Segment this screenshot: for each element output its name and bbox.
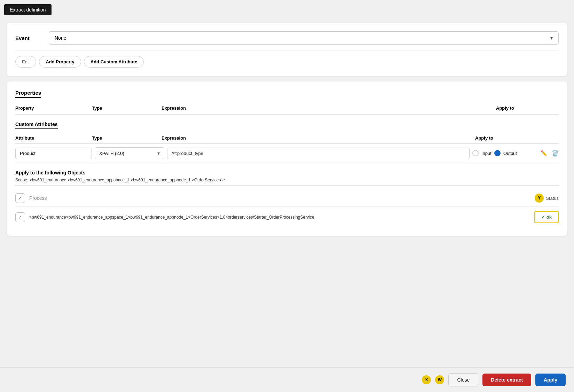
- add-custom-attribute-button[interactable]: Add Custom Attribute: [84, 56, 144, 68]
- attr-col-expression: Expression: [162, 135, 475, 141]
- scope-text: Scope: >bw691_endurance >bw691_endurance…: [15, 178, 559, 186]
- attr-col-type: Type: [92, 135, 162, 141]
- attr-type-value: XPATH (2.0): [99, 151, 124, 156]
- bottom-bar: X W Close Delete extract Apply: [0, 367, 574, 392]
- close-button[interactable]: Close: [448, 373, 478, 386]
- check-icon: ✓: [18, 195, 22, 201]
- delete-attribute-button[interactable]: 🗑️: [552, 150, 559, 157]
- attribute-row: XPATH (2.0) Input Output ✏️ 🗑️: [15, 144, 559, 163]
- process-checkbox[interactable]: ✓: [15, 193, 25, 203]
- event-select[interactable]: None: [49, 31, 559, 45]
- custom-attributes-title: Custom Attributes: [15, 121, 58, 129]
- chevron-down-icon: [157, 150, 160, 156]
- attr-col-attribute: Attribute: [15, 135, 92, 141]
- attribute-type-select[interactable]: XPATH (2.0): [95, 147, 164, 159]
- output-label: Output: [503, 151, 517, 156]
- check-icon: ✓: [18, 214, 22, 220]
- prop-col-type: Type: [92, 105, 162, 111]
- chevron-down-icon: [550, 35, 553, 41]
- prop-col-applyto: Apply to: [496, 105, 559, 111]
- delete-extract-button[interactable]: Delete extract: [482, 374, 531, 386]
- prop-col-property: Property: [15, 105, 92, 111]
- process-label: Process: [29, 195, 535, 201]
- page-title: Extract definition: [4, 4, 52, 15]
- service-checkbox[interactable]: ✓: [15, 212, 25, 222]
- properties-card: Properties Property Type Expression Appl…: [7, 81, 567, 236]
- attribute-input[interactable]: [15, 148, 92, 159]
- prop-col-expression: Expression: [162, 105, 496, 111]
- y-badge: Y: [535, 194, 544, 203]
- toolbar: Edit Add Property Add Custom Attribute: [15, 50, 559, 68]
- event-select-value: None: [55, 35, 66, 41]
- properties-table-header: Property Type Expression Apply to: [15, 102, 559, 115]
- output-radio[interactable]: [494, 150, 501, 156]
- attr-table-header: Attribute Type Expression Apply to: [15, 133, 559, 144]
- event-row: Event None: [15, 31, 559, 45]
- status-text: Status: [546, 196, 559, 201]
- apply-button[interactable]: Apply: [535, 374, 566, 386]
- event-card: Event None Edit Add Property Add Custom …: [7, 23, 567, 76]
- input-radio[interactable]: [472, 150, 479, 156]
- properties-title: Properties: [15, 90, 41, 98]
- status-label: Y Status: [535, 194, 559, 203]
- process-row: ✓ Process Y Status: [15, 190, 559, 207]
- attribute-expression-input[interactable]: [167, 148, 470, 159]
- attr-col-actions: [538, 135, 559, 141]
- properties-section: Properties Property Type Expression Appl…: [15, 90, 559, 115]
- service-path: >bw691_endurance>bw691_endurance_appspac…: [29, 214, 534, 220]
- apply-objects-title: Apply to the following Objects: [15, 170, 559, 175]
- w-badge: W: [435, 375, 444, 384]
- edit-button[interactable]: Edit: [15, 56, 36, 68]
- custom-attributes-section: Custom Attributes Attribute Type Express…: [15, 115, 559, 163]
- action-icons: ✏️ 🗑️: [538, 150, 559, 157]
- event-label: Event: [15, 35, 43, 41]
- attr-col-applyto: Apply to: [475, 135, 538, 141]
- ok-badge: ✓ ok: [534, 211, 559, 223]
- apply-objects-section: Apply to the following Objects Scope: >b…: [15, 170, 559, 227]
- service-row: ✓ >bw691_endurance>bw691_endurance_appsp…: [15, 207, 559, 227]
- x-badge: X: [422, 375, 431, 384]
- add-property-button[interactable]: Add Property: [39, 56, 81, 68]
- edit-attribute-button[interactable]: ✏️: [541, 150, 548, 157]
- input-label: Input: [481, 151, 492, 156]
- apply-to-cell: Input Output: [472, 150, 535, 156]
